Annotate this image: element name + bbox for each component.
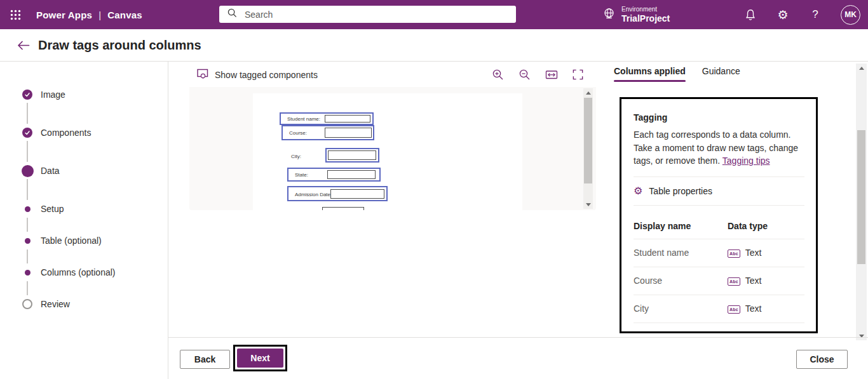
scroll-up-arrow-icon[interactable] [583, 88, 593, 97]
form-field-label: Admission Date: [295, 192, 332, 197]
show-tagged-components-toggle[interactable]: Show tagged components [197, 68, 318, 81]
data-type-label: Text [745, 248, 762, 258]
next-button-focus-ring: Next [233, 345, 287, 371]
step-dot-icon [25, 270, 31, 276]
tagging-tips-link[interactable]: Tagging tips [722, 156, 770, 166]
column-header-data-type: Data type [728, 215, 804, 239]
environment-label: Environment [621, 6, 670, 13]
next-button[interactable]: Next [237, 349, 283, 368]
column-tag-course[interactable]: Course: [281, 125, 374, 140]
table-row[interactable]: Student name AbcText [634, 239, 804, 267]
canvas-scrollbar[interactable] [583, 88, 593, 209]
fit-screen-icon[interactable] [571, 68, 585, 81]
page-title: Draw tags around columns [38, 38, 201, 53]
data-type-label: Text [745, 276, 762, 286]
step-label: Data [41, 166, 60, 176]
app-launcher-waffle-icon[interactable] [0, 0, 31, 29]
column-tag-city[interactable] [325, 148, 379, 163]
column-header-display-name: Display name [634, 215, 728, 239]
data-type-cell: AbcText [728, 323, 804, 333]
brand-separator: | [98, 10, 101, 20]
settings-gear-icon[interactable]: ⚙ [776, 8, 790, 22]
tab-guidance[interactable]: Guidance [702, 66, 740, 82]
back-arrow-icon[interactable] [14, 36, 32, 54]
search-input[interactable] [243, 9, 487, 20]
step-item-review[interactable]: Review [20, 296, 70, 312]
step-connector [27, 179, 28, 200]
zoom-in-icon[interactable] [491, 68, 505, 81]
form-input [327, 170, 376, 179]
columns-side-panel: Columns applied Guidance Tagging Each ta… [614, 62, 853, 340]
fit-width-icon[interactable] [545, 68, 558, 81]
step-connector [27, 249, 28, 263]
step-current-icon [22, 165, 34, 177]
document-canvas-panel: Show tagged components Student name: [189, 62, 596, 210]
abc-text-icon: Abc [728, 305, 740, 314]
display-name-cell: State [634, 323, 728, 333]
help-icon[interactable]: ? [808, 8, 822, 22]
tagging-description: Each tag corresponds to a data column. T… [634, 128, 804, 168]
column-tag-state[interactable]: State: [287, 168, 381, 182]
abc-text-icon: Abc [728, 249, 740, 258]
environment-globe-icon [602, 7, 616, 23]
step-item-setup[interactable]: Setup [20, 201, 64, 216]
back-button[interactable]: Back [180, 350, 230, 369]
form-field-label: City: [291, 154, 301, 159]
column-tag-student-name[interactable]: Student name: [280, 112, 374, 125]
canvas-viewport[interactable]: Student name: Course: City: State: Admis… [189, 87, 596, 210]
scroll-down-arrow-icon[interactable] [583, 200, 593, 209]
step-dot-icon [25, 238, 31, 244]
step-complete-check-icon [22, 128, 32, 138]
form-input-partial [322, 207, 364, 210]
form-input [328, 150, 376, 160]
divider [634, 176, 804, 177]
notifications-bell-icon[interactable] [743, 8, 757, 22]
form-input [325, 115, 370, 123]
tagging-card: Tagging Each tag corresponds to a data c… [620, 97, 818, 333]
step-label: Table (optional) [41, 236, 102, 246]
close-button[interactable]: Close [796, 350, 848, 369]
step-item-image[interactable]: Image [20, 87, 65, 102]
column-tag-admission-date[interactable]: Admission Date: [287, 186, 388, 201]
step-label: Columns (optional) [41, 267, 116, 277]
tab-columns-applied[interactable]: Columns applied [614, 66, 686, 82]
step-connector [27, 281, 28, 295]
form-input [325, 128, 372, 138]
table-row[interactable]: City AbcText [634, 295, 804, 323]
form-field-label: State: [295, 172, 308, 178]
app-brand: Power Apps | Canvas [36, 0, 142, 29]
data-type-label: Text [745, 303, 762, 314]
display-name-cell: Course [634, 267, 728, 295]
table-row[interactable]: State AbcText [634, 323, 804, 333]
tagging-description-text: Each tag corresponds to a data column. T… [634, 130, 798, 166]
app-top-bar: Power Apps | Canvas Environment TrialPro… [0, 0, 868, 29]
table-properties-button[interactable]: ⚙ Table properties [634, 186, 804, 196]
account-avatar[interactable]: MK [841, 5, 860, 25]
app-name[interactable]: Canvas [107, 10, 142, 20]
global-search[interactable] [219, 6, 516, 23]
panel-scrollbar[interactable] [856, 63, 867, 340]
step-item-table-optional[interactable]: Table (optional) [20, 233, 102, 248]
step-item-columns-optional[interactable]: Columns (optional) [20, 265, 116, 280]
scroll-up-arrow-icon[interactable] [856, 63, 867, 72]
step-item-components[interactable]: Components [20, 125, 91, 140]
step-label: Components [41, 128, 91, 138]
data-type-cell: AbcText [728, 239, 804, 267]
step-label: Image [41, 90, 65, 100]
panel-scrollbar-thumb[interactable] [857, 130, 865, 264]
step-upcoming-icon [22, 299, 32, 309]
environment-picker[interactable]: Environment TrialProject [602, 3, 670, 26]
brand-name[interactable]: Power Apps [36, 10, 92, 20]
step-item-data[interactable]: Data [20, 163, 60, 178]
step-connector [27, 218, 28, 232]
document-page[interactable]: Student name: Course: City: State: Admis… [253, 93, 522, 210]
scroll-down-arrow-icon[interactable] [856, 331, 867, 340]
form-field-label: Student name: [287, 116, 320, 122]
table-row[interactable]: Course AbcText [634, 267, 804, 295]
search-icon [227, 8, 237, 20]
form-input [330, 189, 384, 199]
divider [634, 205, 804, 206]
display-name-cell: City [634, 295, 728, 323]
zoom-out-icon[interactable] [518, 68, 531, 81]
canvas-scrollbar-thumb[interactable] [584, 98, 592, 183]
